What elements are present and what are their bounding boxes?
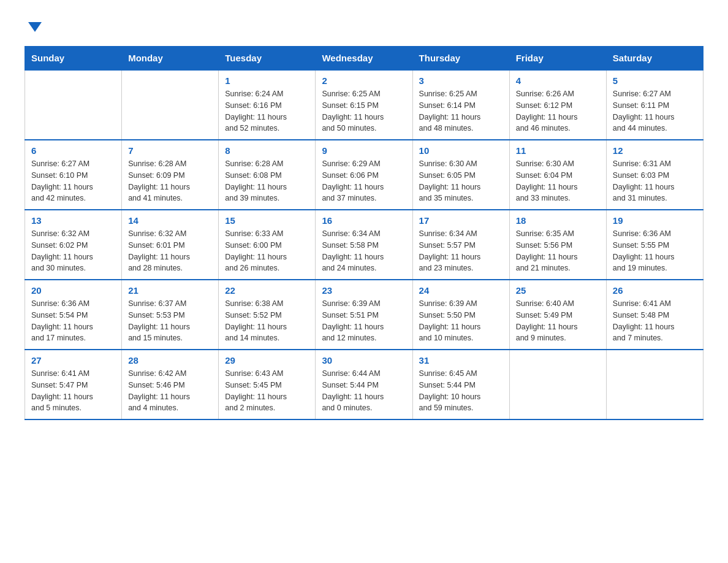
- calendar-cell: 16Sunrise: 6:34 AMSunset: 5:58 PMDayligh…: [316, 210, 412, 280]
- calendar-week-row: 1Sunrise: 6:24 AMSunset: 6:16 PMDaylight…: [25, 70, 703, 140]
- day-number: 16: [322, 215, 406, 226]
- day-info: Sunrise: 6:39 AMSunset: 5:51 PMDaylight:…: [322, 298, 406, 344]
- day-info: Sunrise: 6:41 AMSunset: 5:47 PMDaylight:…: [31, 368, 115, 414]
- day-number: 22: [225, 285, 309, 296]
- day-number: 17: [419, 215, 503, 226]
- day-number: 11: [516, 145, 600, 156]
- day-number: 15: [225, 215, 309, 226]
- calendar-cell: 31Sunrise: 6:45 AMSunset: 5:44 PMDayligh…: [412, 350, 509, 419]
- svg-marker-0: [28, 22, 42, 32]
- day-info: Sunrise: 6:32 AMSunset: 6:02 PMDaylight:…: [31, 228, 115, 274]
- day-info: Sunrise: 6:38 AMSunset: 5:52 PMDaylight:…: [225, 298, 309, 344]
- day-number: 8: [225, 145, 309, 156]
- calendar-cell: 27Sunrise: 6:41 AMSunset: 5:47 PMDayligh…: [25, 350, 122, 419]
- day-number: 28: [128, 355, 212, 366]
- day-info: Sunrise: 6:45 AMSunset: 5:44 PMDaylight:…: [419, 368, 503, 414]
- day-number: 6: [31, 145, 115, 156]
- calendar-cell: 30Sunrise: 6:44 AMSunset: 5:44 PMDayligh…: [316, 350, 412, 419]
- page-header: [25, 18, 703, 34]
- day-info: Sunrise: 6:27 AMSunset: 6:10 PMDaylight:…: [31, 158, 115, 204]
- day-number: 4: [516, 75, 600, 86]
- day-info: Sunrise: 6:28 AMSunset: 6:08 PMDaylight:…: [225, 158, 309, 204]
- calendar-cell: 29Sunrise: 6:43 AMSunset: 5:45 PMDayligh…: [219, 350, 316, 419]
- calendar-cell: 9Sunrise: 6:29 AMSunset: 6:06 PMDaylight…: [316, 140, 412, 210]
- calendar-week-row: 6Sunrise: 6:27 AMSunset: 6:10 PMDaylight…: [25, 140, 703, 210]
- calendar-cell: 12Sunrise: 6:31 AMSunset: 6:03 PMDayligh…: [606, 140, 703, 210]
- day-info: Sunrise: 6:44 AMSunset: 5:44 PMDaylight:…: [322, 368, 406, 414]
- calendar-cell: 14Sunrise: 6:32 AMSunset: 6:01 PMDayligh…: [122, 210, 219, 280]
- day-info: Sunrise: 6:29 AMSunset: 6:06 PMDaylight:…: [322, 158, 406, 204]
- day-number: 19: [613, 215, 697, 226]
- day-number: 9: [322, 145, 406, 156]
- day-number: 23: [322, 285, 406, 296]
- day-info: Sunrise: 6:25 AMSunset: 6:14 PMDaylight:…: [419, 88, 503, 134]
- day-info: Sunrise: 6:27 AMSunset: 6:11 PMDaylight:…: [613, 88, 697, 134]
- day-info: Sunrise: 6:42 AMSunset: 5:46 PMDaylight:…: [128, 368, 212, 414]
- calendar-cell: 21Sunrise: 6:37 AMSunset: 5:53 PMDayligh…: [122, 280, 219, 350]
- day-number: 24: [419, 285, 503, 296]
- day-info: Sunrise: 6:36 AMSunset: 5:54 PMDaylight:…: [31, 298, 115, 344]
- day-number: 1: [225, 75, 309, 86]
- calendar-header-saturday: Saturday: [606, 47, 703, 71]
- day-info: Sunrise: 6:30 AMSunset: 6:04 PMDaylight:…: [516, 158, 600, 204]
- calendar-cell: 24Sunrise: 6:39 AMSunset: 5:50 PMDayligh…: [412, 280, 509, 350]
- day-number: 3: [419, 75, 503, 86]
- calendar-header-row: SundayMondayTuesdayWednesdayThursdayFrid…: [25, 47, 703, 71]
- day-number: 30: [322, 355, 406, 366]
- day-number: 5: [613, 75, 697, 86]
- calendar-header-sunday: Sunday: [25, 47, 122, 71]
- calendar-cell: 19Sunrise: 6:36 AMSunset: 5:55 PMDayligh…: [606, 210, 703, 280]
- day-number: 18: [516, 215, 600, 226]
- calendar-cell: 7Sunrise: 6:28 AMSunset: 6:09 PMDaylight…: [122, 140, 219, 210]
- calendar-cell: [606, 350, 703, 419]
- calendar-cell: 8Sunrise: 6:28 AMSunset: 6:08 PMDaylight…: [219, 140, 316, 210]
- calendar-cell: 4Sunrise: 6:26 AMSunset: 6:12 PMDaylight…: [509, 70, 606, 140]
- day-number: 25: [516, 285, 600, 296]
- calendar-cell: 2Sunrise: 6:25 AMSunset: 6:15 PMDaylight…: [316, 70, 412, 140]
- day-info: Sunrise: 6:25 AMSunset: 6:15 PMDaylight:…: [322, 88, 406, 134]
- calendar-cell: 5Sunrise: 6:27 AMSunset: 6:11 PMDaylight…: [606, 70, 703, 140]
- day-number: 26: [613, 285, 697, 296]
- day-number: 2: [322, 75, 406, 86]
- day-info: Sunrise: 6:33 AMSunset: 6:00 PMDaylight:…: [225, 228, 309, 274]
- calendar-cell: [122, 70, 219, 140]
- day-number: 21: [128, 285, 212, 296]
- calendar-cell: 10Sunrise: 6:30 AMSunset: 6:05 PMDayligh…: [412, 140, 509, 210]
- day-number: 12: [613, 145, 697, 156]
- calendar-header-tuesday: Tuesday: [219, 47, 316, 71]
- day-info: Sunrise: 6:34 AMSunset: 5:57 PMDaylight:…: [419, 228, 503, 274]
- calendar-cell: 25Sunrise: 6:40 AMSunset: 5:49 PMDayligh…: [509, 280, 606, 350]
- day-number: 14: [128, 215, 212, 226]
- logo-arrow-icon: [28, 22, 42, 34]
- calendar-cell: 13Sunrise: 6:32 AMSunset: 6:02 PMDayligh…: [25, 210, 122, 280]
- calendar-cell: [509, 350, 606, 419]
- day-number: 29: [225, 355, 309, 366]
- day-info: Sunrise: 6:28 AMSunset: 6:09 PMDaylight:…: [128, 158, 212, 204]
- calendar-cell: 18Sunrise: 6:35 AMSunset: 5:56 PMDayligh…: [509, 210, 606, 280]
- day-info: Sunrise: 6:35 AMSunset: 5:56 PMDaylight:…: [516, 228, 600, 274]
- day-number: 7: [128, 145, 212, 156]
- calendar-cell: 11Sunrise: 6:30 AMSunset: 6:04 PMDayligh…: [509, 140, 606, 210]
- calendar-week-row: 27Sunrise: 6:41 AMSunset: 5:47 PMDayligh…: [25, 350, 703, 419]
- day-info: Sunrise: 6:34 AMSunset: 5:58 PMDaylight:…: [322, 228, 406, 274]
- day-info: Sunrise: 6:31 AMSunset: 6:03 PMDaylight:…: [613, 158, 697, 204]
- day-info: Sunrise: 6:41 AMSunset: 5:48 PMDaylight:…: [613, 298, 697, 344]
- calendar-cell: 15Sunrise: 6:33 AMSunset: 6:00 PMDayligh…: [219, 210, 316, 280]
- day-info: Sunrise: 6:43 AMSunset: 5:45 PMDaylight:…: [225, 368, 309, 414]
- calendar-cell: 20Sunrise: 6:36 AMSunset: 5:54 PMDayligh…: [25, 280, 122, 350]
- calendar-cell: 1Sunrise: 6:24 AMSunset: 6:16 PMDaylight…: [219, 70, 316, 140]
- calendar-cell: 3Sunrise: 6:25 AMSunset: 6:14 PMDaylight…: [412, 70, 509, 140]
- calendar-header-wednesday: Wednesday: [316, 47, 412, 71]
- day-number: 31: [419, 355, 503, 366]
- day-info: Sunrise: 6:36 AMSunset: 5:55 PMDaylight:…: [613, 228, 697, 274]
- calendar-cell: 23Sunrise: 6:39 AMSunset: 5:51 PMDayligh…: [316, 280, 412, 350]
- calendar-cell: [25, 70, 122, 140]
- day-info: Sunrise: 6:24 AMSunset: 6:16 PMDaylight:…: [225, 88, 309, 134]
- calendar-cell: 26Sunrise: 6:41 AMSunset: 5:48 PMDayligh…: [606, 280, 703, 350]
- logo: [25, 18, 42, 34]
- calendar-table: SundayMondayTuesdayWednesdayThursdayFrid…: [25, 46, 703, 420]
- day-info: Sunrise: 6:39 AMSunset: 5:50 PMDaylight:…: [419, 298, 503, 344]
- day-info: Sunrise: 6:40 AMSunset: 5:49 PMDaylight:…: [516, 298, 600, 344]
- calendar-cell: 28Sunrise: 6:42 AMSunset: 5:46 PMDayligh…: [122, 350, 219, 419]
- day-info: Sunrise: 6:37 AMSunset: 5:53 PMDaylight:…: [128, 298, 212, 344]
